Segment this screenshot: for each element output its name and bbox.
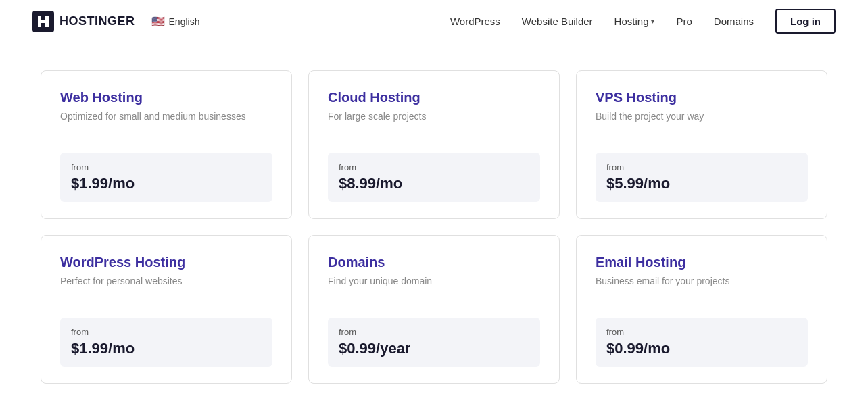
card-from-label-web-hosting: from [71,162,262,172]
chevron-down-icon: ▾ [651,18,654,25]
card-subtitle-cloud-hosting: For large scale projects [328,111,540,122]
nav-links: WordPress Website Builder Hosting ▾ Pro … [450,9,836,34]
card-from-label-domains: from [339,327,529,337]
card-domains[interactable]: Domains Find your unique domain from $0.… [308,235,560,384]
card-subtitle-email-hosting: Business email for your projects [596,276,808,286]
card-title-cloud-hosting: Cloud Hosting [328,90,540,105]
card-title-email-hosting: Email Hosting [596,255,808,270]
card-pricing-cloud-hosting: from $8.99/mo [328,153,540,202]
nav-link-website-builder[interactable]: Website Builder [522,16,593,27]
nav-link-pro[interactable]: Pro [676,16,692,27]
card-price-wordpress-hosting: $1.99/mo [71,340,262,357]
card-from-label-email-hosting: from [606,327,797,337]
card-price-email-hosting: $0.99/mo [606,340,797,357]
card-pricing-web-hosting: from $1.99/mo [60,153,272,202]
navbar: HOSTINGER 🇺🇸 English WordPress Website B… [0,0,868,43]
card-title-web-hosting: Web Hosting [60,90,272,105]
hosting-cards-grid: Web Hosting Optimized for small and medi… [41,70,827,384]
card-price-web-hosting: $1.99/mo [71,175,262,193]
card-cloud-hosting[interactable]: Cloud Hosting For large scale projects f… [308,70,560,219]
brand-name: HOSTINGER [59,14,135,28]
login-button[interactable]: Log in [775,9,836,34]
brand-logo[interactable]: HOSTINGER [32,11,135,32]
nav-link-wordpress[interactable]: WordPress [450,16,500,27]
card-vps-hosting[interactable]: VPS Hosting Build the project your way f… [576,70,827,219]
card-title-wordpress-hosting: WordPress Hosting [60,255,272,270]
card-pricing-wordpress-hosting: from $1.99/mo [60,318,272,367]
flag-icon: 🇺🇸 [151,15,165,28]
card-web-hosting[interactable]: Web Hosting Optimized for small and medi… [41,70,292,219]
hostinger-logo-icon [32,11,54,32]
nav-link-domains[interactable]: Domains [714,16,754,27]
card-pricing-vps-hosting: from $5.99/mo [596,153,808,202]
card-pricing-email-hosting: from $0.99/mo [596,318,808,367]
card-subtitle-domains: Find your unique domain [328,276,540,286]
card-email-hosting[interactable]: Email Hosting Business email for your pr… [576,235,827,384]
card-title-domains: Domains [328,255,540,270]
card-subtitle-wordpress-hosting: Perfect for personal websites [60,276,272,286]
language-label: English [169,16,200,27]
main-content: Web Hosting Optimized for small and medi… [0,43,868,404]
card-price-domains: $0.99/year [339,340,529,357]
card-title-vps-hosting: VPS Hosting [596,90,808,105]
card-pricing-domains: from $0.99/year [328,318,540,367]
card-subtitle-web-hosting: Optimized for small and medium businesse… [60,111,272,122]
card-wordpress-hosting[interactable]: WordPress Hosting Perfect for personal w… [41,235,292,384]
nav-link-hosting[interactable]: Hosting ▾ [614,16,655,27]
card-price-vps-hosting: $5.99/mo [606,175,797,193]
card-price-cloud-hosting: $8.99/mo [339,175,529,193]
card-from-label-vps-hosting: from [606,162,797,172]
language-selector[interactable]: 🇺🇸 English [151,15,200,28]
card-from-label-cloud-hosting: from [339,162,529,172]
card-from-label-wordpress-hosting: from [71,327,262,337]
card-subtitle-vps-hosting: Build the project your way [596,111,808,122]
